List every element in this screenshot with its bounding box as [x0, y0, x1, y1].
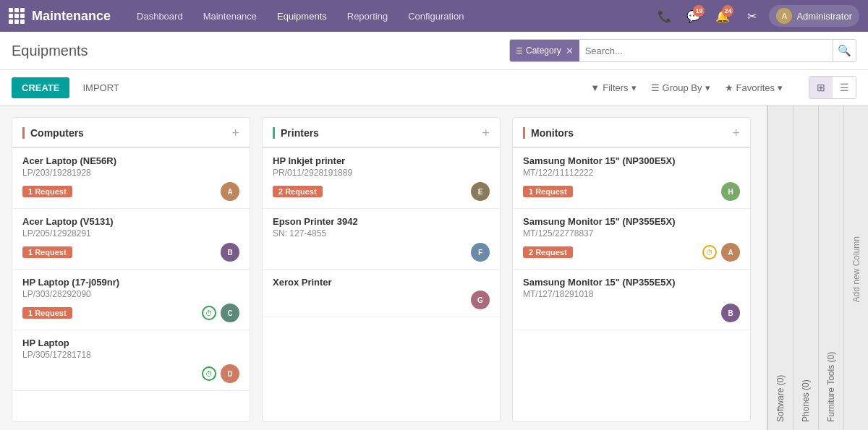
card-footer: 2 Request⏱A — [523, 243, 740, 262]
sidebar-column[interactable]: Software (0) — [767, 106, 793, 430]
avatar: F — [471, 243, 490, 262]
avatar: G — [471, 291, 490, 309]
card-sub: LP/303/28292090 — [22, 289, 239, 299]
nav-configuration[interactable]: Configuration — [399, 7, 472, 26]
table-row[interactable]: Epson Printer 3942SN: 127-4855F — [263, 209, 500, 270]
card-title: HP Laptop — [22, 337, 239, 348]
settings-icon[interactable]: ✂ — [740, 4, 763, 27]
avatar: E — [471, 182, 490, 201]
col-cards-computers: Acer Laptop (NE56R)LP/203/192819281 Requ… — [12, 148, 250, 421]
table-row[interactable]: Xerox PrinterG — [263, 270, 500, 317]
table-row[interactable]: HP Inkjet printerPR/011/29281918892 Requ… — [263, 148, 500, 209]
avatar: B — [721, 304, 740, 322]
filter-funnel-icon: ▼ — [590, 82, 600, 93]
nav-maintenance[interactable]: Maintenance — [195, 7, 265, 26]
nav-reporting[interactable]: Reporting — [339, 7, 396, 26]
col-cards-printers: HP Inkjet printerPR/011/29281918892 Requ… — [263, 148, 500, 421]
avatar: A — [721, 243, 740, 262]
card-sub: MT/125/22778837 — [523, 228, 740, 238]
page-header: Equipments ☰ Category ✕ 🔍 — [0, 32, 868, 70]
card-sub: PR/011/2928191889 — [273, 168, 490, 178]
filters-button[interactable]: ▼ Filters ▾ — [584, 79, 642, 96]
table-row[interactable]: HP LaptopLP/305/17281718⏱D — [12, 330, 250, 391]
avatar: H — [721, 182, 740, 201]
admin-label: Administrator — [796, 11, 852, 22]
req-badge: 2 Request — [523, 246, 573, 258]
chat-badge: 19 — [693, 5, 705, 17]
card-footer: 1 RequestA — [22, 182, 239, 201]
card-title: HP Laptop (17-j059nr) — [22, 277, 239, 288]
card-sub: LP/203/19281928 — [22, 168, 239, 178]
card-footer: ⏱D — [22, 364, 239, 383]
card-footer: F — [273, 243, 490, 262]
add-new-column-button[interactable]: Add new Column — [843, 106, 868, 430]
col-title-computers: Computers — [22, 127, 84, 139]
phone-icon[interactable]: 📞 — [653, 4, 676, 27]
kanban-col-computers: Computers+Acer Laptop (NE56R)LP/203/1928… — [12, 117, 250, 422]
table-row[interactable]: Samsung Monitor 15" (NP355E5X)MT/125/227… — [513, 209, 750, 270]
sidebar-column[interactable]: Furniture Tools (0) — [818, 106, 843, 430]
table-row[interactable]: Acer Laptop (NE56R)LP/203/192819281 Requ… — [12, 148, 250, 209]
chat-icon[interactable]: 💬 19 — [682, 4, 705, 27]
top-nav-menu: Dashboard Maintenance Equipments Reporti… — [128, 7, 653, 26]
nav-dashboard[interactable]: Dashboard — [128, 7, 192, 26]
col-title-monitors: Monitors — [523, 127, 574, 139]
groupby-icon: ☰ — [651, 82, 660, 93]
kanban-col-printers: Printers+HP Inkjet printerPR/011/2928191… — [262, 117, 501, 422]
create-button[interactable]: CREATE — [12, 77, 69, 98]
remove-filter-tag[interactable]: ✕ — [566, 46, 574, 56]
col-add-monitors[interactable]: + — [732, 126, 740, 139]
message-icon[interactable]: 🔔 24 — [711, 4, 734, 27]
table-row[interactable]: HP Laptop (17-j059nr)LP/303/282920901 Re… — [12, 270, 250, 330]
req-badge: 1 Request — [22, 307, 72, 319]
card-title: Xerox Printer — [273, 277, 490, 288]
card-footer: 2 RequestE — [273, 182, 490, 201]
col-title-printers: Printers — [273, 127, 319, 139]
table-row[interactable]: Samsung Monitor 15" (NP355E5X)MT/127/182… — [513, 270, 750, 330]
req-badge: 1 Request — [22, 186, 72, 197]
brand[interactable]: Maintenance — [9, 8, 111, 24]
view-toggles: ⊞ ☰ — [809, 76, 856, 99]
card-title: Samsung Monitor 15" (NP355E5X) — [523, 277, 740, 288]
brand-name: Maintenance — [32, 9, 111, 24]
admin-button[interactable]: A Administrator — [769, 5, 859, 27]
kanban-col-monitors: Monitors+Samsung Monitor 15" (NP300E5X)M… — [512, 117, 751, 422]
favorites-button[interactable]: ★ Favorites ▾ — [719, 79, 788, 96]
col-add-computers[interactable]: + — [231, 126, 239, 139]
card-title: HP Inkjet printer — [273, 155, 490, 166]
card-title: Acer Laptop (NE56R) — [22, 155, 239, 166]
card-sub: MT/122/11112222 — [523, 168, 740, 178]
avatar: D — [221, 364, 239, 383]
page-title: Equipments — [12, 43, 88, 59]
clock-icon: ⏱ — [702, 245, 717, 259]
sidebar-column[interactable]: Phones (0) — [793, 106, 818, 430]
filter-tag[interactable]: ☰ Category ✕ — [510, 40, 579, 61]
import-button[interactable]: IMPORT — [78, 77, 123, 98]
list-view-button[interactable]: ☰ — [833, 77, 856, 98]
card-footer: 1 RequestB — [22, 243, 239, 262]
col-header-computers: Computers+ — [12, 118, 250, 148]
nav-equipments[interactable]: Equipments — [268, 7, 336, 26]
kanban-sidebar: Software (0)Phones (0)Furniture Tools (0… — [767, 106, 868, 430]
top-nav: Maintenance Dashboard Maintenance Equipm… — [0, 0, 868, 32]
filter-group: ▼ Filters ▾ ☰ Group By ▾ ★ Favorites ▾ — [584, 79, 788, 96]
kanban-view-button[interactable]: ⊞ — [809, 77, 833, 98]
search-input[interactable] — [579, 46, 833, 56]
col-add-printers[interactable]: + — [482, 126, 490, 139]
card-title: Samsung Monitor 15" (NP300E5X) — [523, 155, 740, 166]
top-nav-right: 📞 💬 19 🔔 24 ✂ A Administrator — [653, 4, 859, 27]
card-title: Epson Printer 3942 — [273, 216, 490, 227]
avatar: B — [221, 243, 239, 262]
table-row[interactable]: Samsung Monitor 15" (NP300E5X)MT/122/111… — [513, 148, 750, 209]
table-row[interactable]: Acer Laptop (V5131)LP/205/129282911 Requ… — [12, 209, 250, 270]
col-header-monitors: Monitors+ — [513, 118, 750, 148]
card-sub: LP/205/12928291 — [22, 228, 239, 238]
search-bar: ☰ Category ✕ 🔍 — [509, 39, 856, 62]
search-button[interactable]: 🔍 — [833, 39, 856, 62]
kanban-board: Computers+Acer Laptop (NE56R)LP/203/1928… — [0, 106, 767, 430]
clock-icon: ⏱ — [202, 366, 216, 381]
groupby-button[interactable]: ☰ Group By ▾ — [645, 79, 716, 96]
grid-icon — [9, 8, 25, 24]
avatar: A — [221, 182, 239, 201]
card-footer: G — [273, 291, 490, 309]
